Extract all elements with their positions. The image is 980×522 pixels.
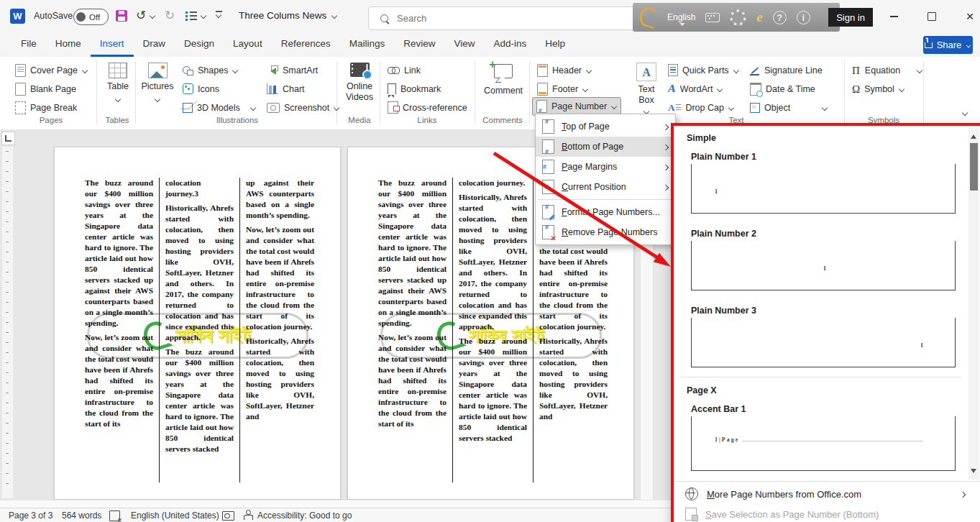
footer-button[interactable]: Footer xyxy=(533,80,592,98)
tab-mailings[interactable]: Mailings xyxy=(340,32,395,57)
tab-home[interactable]: Home xyxy=(46,32,91,57)
maximize-button[interactable] xyxy=(921,7,943,26)
header-button[interactable]: Header xyxy=(533,61,595,79)
tab-add-ins[interactable]: Add-ins xyxy=(485,32,536,57)
top-of-page-icon xyxy=(542,119,554,134)
vertical-ruler[interactable] xyxy=(2,147,13,498)
quick-access-more-icon[interactable] xyxy=(216,12,223,18)
scroll-down-icon[interactable] xyxy=(971,469,976,476)
word-count[interactable]: 564 words xyxy=(62,510,101,521)
equation-button[interactable]: ΠEquation xyxy=(848,61,926,79)
minimize-button[interactable] xyxy=(883,7,905,26)
3d-models-button[interactable]: 3D Models xyxy=(179,99,260,116)
page-1-columns[interactable]: The buzz around our $400 million savings… xyxy=(79,178,320,482)
tab-design[interactable]: Design xyxy=(175,32,224,57)
display-settings-icon[interactable] xyxy=(222,511,234,521)
tab-draw[interactable]: Draw xyxy=(134,32,175,57)
share-button[interactable]: Share xyxy=(923,36,973,54)
ime-help-icon[interactable]: ? xyxy=(773,11,787,24)
tab-references[interactable]: References xyxy=(272,32,340,57)
page-2-column-2[interactable]: colocation journey. Historically, Ahrefs… xyxy=(452,178,533,482)
cross-reference-button[interactable]: Cross-reference xyxy=(384,99,471,116)
page-1-column-2[interactable]: colocation journey.3 Historically, Ahref… xyxy=(159,178,239,482)
bullet-list-chevron-icon[interactable] xyxy=(201,13,206,19)
wordart-button[interactable]: AWordArt xyxy=(664,80,726,98)
link-button[interactable]: Link xyxy=(384,61,424,79)
gallery-item-plain-number-3[interactable]: 1 xyxy=(691,318,956,367)
quick-parts-button[interactable]: Quick Parts xyxy=(664,61,743,79)
smartart-button[interactable]: SmartArt xyxy=(263,61,321,79)
paragraph: up against their AWS counterparts based … xyxy=(246,178,314,221)
undo-icon[interactable]: ↺ xyxy=(136,8,146,23)
keyboard-layout-icon[interactable] xyxy=(705,13,720,22)
comment-icon xyxy=(494,64,513,78)
signature-line-button[interactable]: Signature Line xyxy=(746,61,826,79)
document-page-1[interactable]: সাকিব সাইট The buzz around our $400 mill… xyxy=(54,147,341,500)
page-2-column-1[interactable]: The buzz around our $400 million savings… xyxy=(372,178,452,482)
search-input[interactable] xyxy=(395,12,600,24)
tab-insert[interactable]: Insert xyxy=(91,32,134,57)
blank-page-button[interactable]: Blank Page xyxy=(12,80,80,98)
paragraph: Historically, Ahrefs started with coloca… xyxy=(246,336,314,422)
pictures-button[interactable]: Pictures xyxy=(139,63,176,105)
gallery-item-plain-number-2[interactable]: 1 xyxy=(691,241,956,290)
bookmark-button[interactable]: Bookmark xyxy=(384,80,444,98)
page-break-icon xyxy=(15,101,26,114)
date-time-button[interactable]: Date & Time xyxy=(746,80,819,98)
gallery-scrollbar[interactable] xyxy=(968,128,979,480)
tab-help[interactable]: Help xyxy=(536,32,574,57)
ime-logo-icon[interactable] xyxy=(638,5,659,29)
menu-item-remove-page-numbers[interactable]: Remove Page Numbers xyxy=(536,222,675,242)
scroll-up-icon[interactable] xyxy=(971,132,976,139)
menu-item-current-position[interactable]: Current Position xyxy=(536,177,675,197)
save-icon[interactable] xyxy=(116,10,127,22)
gallery-item-accent-bar-1[interactable]: 1|Page xyxy=(691,416,956,471)
ime-settings-gear-icon[interactable] xyxy=(730,9,746,26)
screenshot-button[interactable]: Screenshot xyxy=(263,99,343,116)
text-box-button[interactable]: A Text Box xyxy=(630,63,663,117)
symbol-button[interactable]: ΩSymbol xyxy=(848,80,908,98)
maximize-icon xyxy=(928,12,936,21)
gallery-item-plain-number-1[interactable]: 1 xyxy=(691,164,956,214)
icons-button[interactable]: Icons xyxy=(179,80,223,98)
close-button[interactable]: × xyxy=(959,7,980,26)
redo-icon[interactable]: ↻ xyxy=(165,8,175,23)
page-break-button[interactable]: Page Break xyxy=(12,99,81,116)
bullet-list-icon[interactable] xyxy=(186,12,197,21)
search-bar[interactable] xyxy=(368,6,640,30)
menu-item-top-of-page[interactable]: Top of Page xyxy=(536,116,675,137)
document-title[interactable]: Three Colums News xyxy=(239,10,337,21)
language-indicator[interactable]: English (United States) xyxy=(131,510,219,521)
tab-selector[interactable] xyxy=(1,132,15,145)
ime-browser-icon[interactable]: e xyxy=(756,9,762,25)
ime-about-icon[interactable]: i xyxy=(797,11,810,24)
ime-language-selector[interactable]: English xyxy=(667,12,695,22)
tab-file[interactable]: File xyxy=(12,32,46,57)
proofing-errors-icon[interactable] xyxy=(109,510,120,521)
page-1-column-3[interactable]: up against their AWS counterparts based … xyxy=(239,178,320,482)
accessibility-status[interactable]: Accessibility: Good to go xyxy=(257,510,352,521)
table-button[interactable]: Table xyxy=(101,63,135,105)
comment-button[interactable]: Comment xyxy=(480,64,526,96)
shapes-button[interactable]: Shapes xyxy=(179,61,242,79)
cover-page-button[interactable]: Cover Page xyxy=(12,61,91,79)
menu-item-format-page-numbers[interactable]: Format Page Numbers... xyxy=(536,202,675,222)
online-videos-button[interactable]: Online Videos xyxy=(341,63,378,103)
scrollbar-thumb[interactable] xyxy=(970,143,978,191)
word-app-icon[interactable]: W xyxy=(10,9,25,24)
menu-item-page-margins[interactable]: Page Margins xyxy=(536,157,675,177)
tab-review[interactable]: Review xyxy=(394,32,444,57)
autosave-toggle[interactable]: Off xyxy=(73,9,109,25)
sign-in-button[interactable]: Sign in xyxy=(828,8,873,27)
object-button[interactable]: Object xyxy=(746,99,831,116)
menu-item-bottom-of-page[interactable]: Bottom of Page xyxy=(536,137,675,157)
collapse-ribbon-icon[interactable] xyxy=(962,110,968,116)
autosave-state: Off xyxy=(89,13,100,22)
more-page-numbers-link[interactable]: More Page Numbers from Office.com xyxy=(681,485,966,503)
tab-view[interactable]: View xyxy=(444,32,484,57)
tab-layout[interactable]: Layout xyxy=(224,32,272,57)
undo-chevron-icon[interactable] xyxy=(150,13,155,19)
chart-button[interactable]: Chart xyxy=(263,80,308,98)
page-1-column-1[interactable]: The buzz around our $400 million savings… xyxy=(79,178,159,482)
page-indicator[interactable]: Page 3 of 3 xyxy=(9,510,52,521)
